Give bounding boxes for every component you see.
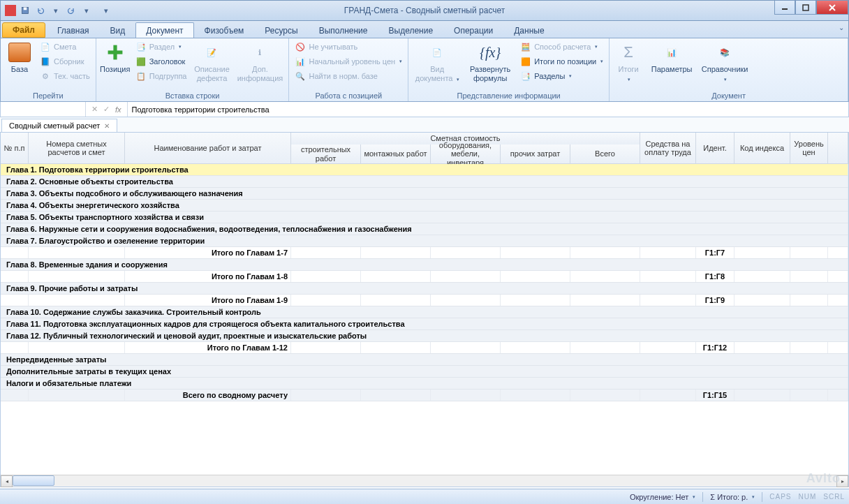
info-icon: ℹ — [249, 41, 271, 64]
qat-save-icon[interactable] — [19, 4, 31, 17]
col-naim[interactable]: Наименование работ и затрат — [125, 133, 291, 163]
table-row[interactable]: Глава 12. Публичный технологический и це… — [1, 330, 848, 342]
horizontal-scrollbar[interactable]: ◂ ▸ — [1, 475, 848, 487]
table-row[interactable]: Дополнительные затраты в текущих ценах — [1, 366, 848, 378]
tab-selection[interactable]: Выделение — [378, 22, 444, 38]
tab-data[interactable]: Данные — [503, 22, 554, 38]
group-dokument: Σ Итоги▾ 📊 Параметры 📚 Справочники▾ Доку… — [610, 38, 848, 101]
doc-tab-label: Сводный сметный расчет — [9, 121, 100, 130]
table-row[interactable]: Глава 4. Объекты энергетического хозяйст… — [1, 200, 848, 212]
window-title: ГРАНД-Смета - Сводный сметный расчет — [344, 6, 505, 15]
spravochniki-button[interactable]: 📚 Справочники▾ — [699, 40, 751, 84]
col-prochih[interactable]: прочих затрат — [501, 144, 570, 163]
fx-label[interactable]: fx — [115, 105, 121, 114]
group-perejti: База 📄Смета 📘Сборник ⚙Тех. часть Перейти — [1, 38, 96, 101]
book-icon: 📘 — [40, 56, 51, 67]
totals-icon: 🟧 — [520, 56, 531, 67]
table-row[interactable]: Итого по Главам 1-7Г1:Г7 — [1, 247, 848, 259]
doc-tab-active[interactable]: Сводный сметный расчет ✕ — [1, 119, 117, 132]
table-row[interactable]: Глава 11. Подготовка эксплуатационных ка… — [1, 318, 848, 330]
col-oborud[interactable]: оборудования, мебели, инвентаря — [431, 144, 501, 163]
group-label: Вставка строки — [99, 91, 286, 101]
table-row[interactable]: Налоги и обязательные платежи — [1, 378, 848, 390]
search-icon: 🔍 — [295, 71, 306, 82]
qat-dropdown2-icon[interactable]: ▾ — [80, 4, 93, 17]
col-montazh[interactable]: монтажных работ — [361, 144, 431, 163]
svg-rect-7 — [108, 50, 122, 54]
razdely-button[interactable]: 📑Разделы▾ — [517, 69, 606, 83]
table-row[interactable]: Итого по Главам 1-8Г1:Г8 — [1, 271, 848, 283]
table-row[interactable]: Всего по сводному расчетуГ1:Г15 — [1, 390, 848, 401]
cancel-icon[interactable]: ✕ — [91, 105, 98, 114]
scroll-right-button[interactable]: ▸ — [836, 475, 848, 487]
razvernut-formuly-button[interactable]: {fx} Развернуть формулы — [464, 40, 516, 84]
col-uroven[interactable]: Уровень цен — [790, 133, 828, 163]
table-row[interactable]: Глава 8. Временные здания и сооружения — [1, 259, 848, 271]
col-np[interactable]: № п.п — [1, 133, 29, 163]
scroll-thumb[interactable] — [13, 475, 54, 486]
table-row[interactable]: Глава 3. Объекты подсобного и обслуживаю… — [1, 188, 848, 200]
ribbon-minimize-icon[interactable]: ⌄ — [839, 24, 844, 31]
ne-uchityvat-button: 🚫Не учитывать — [292, 40, 405, 54]
close-button[interactable] — [816, 1, 848, 15]
tab-main[interactable]: Главная — [47, 22, 100, 38]
group-vstavka: Позиция 📑Раздел▾ 🟩Заголовок 📋Подгруппа 📝… — [96, 38, 290, 101]
tab-document[interactable]: Документ — [135, 22, 193, 38]
col-kod[interactable]: Код индекса — [734, 133, 790, 163]
tab-operations[interactable]: Операции — [443, 22, 503, 38]
table-row[interactable]: Глава 1. Подготовка территории строитель… — [1, 164, 848, 176]
grid-header: № п.п Номера сметных расчетов и смет Наи… — [1, 133, 848, 164]
header-icon: 🟩 — [135, 56, 147, 67]
col-sredstva[interactable]: Средства на оплату труда — [640, 133, 696, 163]
close-tab-icon[interactable]: ✕ — [104, 122, 110, 130]
qat-dropdown-icon[interactable]: ▾ — [50, 4, 62, 17]
sb-itogo[interactable]: Σ Итого: р.▾ — [710, 493, 755, 501]
name-box[interactable] — [1, 102, 86, 117]
col-padding — [828, 133, 848, 163]
table-row[interactable]: Глава 7. Благоустройство и озеленение те… — [1, 235, 848, 247]
qat-undo-icon[interactable] — [34, 4, 47, 17]
view-icon: 📄 — [426, 41, 448, 64]
itogi-button: Σ Итоги▾ — [612, 40, 644, 84]
table-row[interactable]: Глава 2. Основные объекты строительства — [1, 176, 848, 188]
qat-redo-icon[interactable] — [65, 4, 77, 17]
table-row[interactable]: Итого по Главам 1-9Г1:Г9 — [1, 295, 848, 306]
col-vsego[interactable]: Всего — [570, 144, 640, 163]
qat-customize-icon[interactable]: ▾ — [100, 4, 112, 17]
table-row[interactable]: Глава 10. Содержание службы заказчика. С… — [1, 306, 848, 318]
table-row[interactable]: Итого по Главам 1-12Г1:Г12 — [1, 342, 848, 354]
exclude-icon: 🚫 — [295, 41, 306, 52]
accept-icon[interactable]: ✓ — [103, 105, 110, 114]
table-row[interactable]: Непредвиденные затраты — [1, 354, 848, 366]
formula-input[interactable]: Подготовка территории строительства — [128, 105, 848, 114]
table-row[interactable]: Глава 6. Наружные сети и сооружения водо… — [1, 223, 848, 235]
formula-bar: ✕ ✓ fx Подготовка территории строительст… — [0, 102, 849, 117]
params-icon: 📊 — [660, 41, 683, 64]
parametry-button[interactable]: 📊 Параметры — [646, 40, 697, 75]
table-row[interactable]: Глава 9. Прочие работы и затраты — [1, 283, 848, 295]
ribbon: База 📄Смета 📘Сборник ⚙Тех. часть Перейти… — [0, 38, 849, 102]
tab-execution[interactable]: Выполнение — [309, 22, 378, 38]
pozitsiya-button[interactable]: Позиция — [99, 40, 131, 75]
tab-view[interactable]: Вид — [100, 22, 136, 38]
col-nomera[interactable]: Номера сметных расчетов и смет — [29, 133, 125, 163]
sb-okruglenie[interactable]: Округление: Нет▾ — [630, 493, 695, 501]
maximize-button[interactable] — [795, 1, 816, 15]
tab-resources[interactable]: Ресурсы — [254, 22, 308, 38]
itogi-po-pozitsii-button[interactable]: 🟧Итоги по позиции▾ — [517, 54, 606, 68]
tab-fizobem[interactable]: Физобъем — [194, 22, 255, 38]
sposob-rascheta-button: 🧮Способ расчета▾ — [517, 40, 606, 54]
nach-uroven-button: 📊Начальный уровень цен▾ — [292, 54, 405, 68]
zagolovok-button[interactable]: 🟩Заголовок — [133, 54, 190, 68]
table-row[interactable]: Глава 5. Объекты транспортного хозяйства… — [1, 212, 848, 223]
col-ident[interactable]: Идент. — [696, 133, 734, 163]
scroll-left-button[interactable]: ◂ — [1, 475, 13, 487]
minimize-button[interactable] — [774, 1, 795, 15]
defect-icon: 📝 — [200, 41, 223, 64]
baza-button[interactable]: База — [3, 40, 36, 75]
grid-body[interactable]: Глава 1. Подготовка территории строитель… — [1, 164, 848, 475]
podgruppa-button: 📋Подгруппа — [133, 69, 190, 83]
col-stroit[interactable]: строительных работ — [291, 144, 361, 163]
tab-file[interactable]: Файл — [2, 22, 45, 38]
app-icon — [5, 5, 16, 16]
